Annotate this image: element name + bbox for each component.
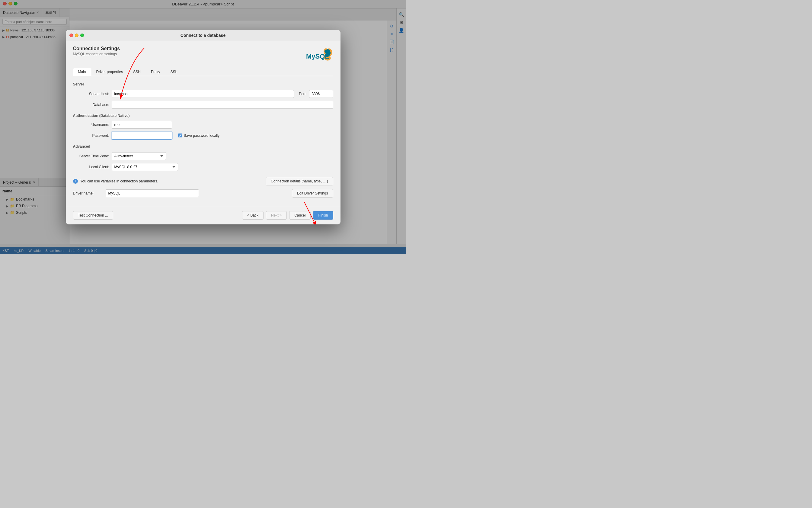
back-button[interactable]: < Back — [242, 211, 264, 220]
username-input[interactable] — [112, 121, 172, 129]
footer-left: Test Connection ... — [73, 211, 113, 220]
database-input[interactable] — [112, 101, 333, 109]
tab-ssh[interactable]: SSH — [128, 68, 146, 76]
info-text: You can use variables in connection para… — [80, 179, 158, 183]
local-client-select[interactable]: MySQL 8.0.27 MySQL 8.0.26 — [112, 163, 178, 171]
timezone-label: Server Time Zone: — [73, 154, 109, 158]
driver-row: Driver name: Edit Driver Settings — [73, 189, 333, 198]
timezone-select[interactable]: Auto-detect UTC Local — [112, 152, 166, 160]
dialog-minimize-button[interactable] — [75, 34, 79, 37]
local-client-row: Local Client: MySQL 8.0.27 MySQL 8.0.26 — [73, 163, 333, 171]
password-row: Password: Save password locally — [73, 132, 333, 139]
cancel-button[interactable]: Cancel — [289, 211, 311, 220]
dialog-titlebar: Connect to a database — [66, 30, 341, 41]
server-host-label: Server Host: — [73, 92, 109, 96]
dialog-header-left: Connection Settings MySQL connection set… — [73, 46, 120, 56]
connection-tab-bar: Main Driver properties SSH Proxy SSL — [73, 67, 333, 76]
save-password-row: Save password locally — [178, 133, 220, 138]
dialog-content: Connection Settings MySQL connection set… — [66, 41, 341, 206]
port-input[interactable] — [309, 90, 333, 98]
tab-driver-properties[interactable]: Driver properties — [91, 68, 128, 76]
connect-dialog: Connect to a database Connection Setting… — [66, 30, 341, 224]
auth-section: Authentication (Database Native) Usernam… — [73, 114, 333, 139]
info-bar: i You can use variables in connection pa… — [73, 177, 333, 185]
advanced-section-title: Advanced — [73, 144, 333, 149]
database-label: Database: — [73, 103, 109, 107]
dialog-header-title: Connection Settings — [73, 46, 120, 51]
save-password-checkbox[interactable] — [178, 133, 182, 137]
tab-main[interactable]: Main — [73, 68, 91, 76]
port-label: Port: — [299, 92, 306, 96]
dialog-close-button[interactable] — [70, 34, 73, 37]
dialog-overlay: Connect to a database Connection Setting… — [0, 0, 406, 254]
tab-proxy[interactable]: Proxy — [146, 68, 166, 76]
database-row: Database: — [73, 101, 333, 109]
driver-name-input[interactable] — [106, 189, 199, 197]
username-label: Username: — [73, 123, 109, 127]
username-row: Username: — [73, 121, 333, 129]
connection-details-button[interactable]: Connection details (name, type, ... ) — [266, 177, 333, 185]
footer-right: < Back Next > Cancel Finish — [242, 211, 333, 220]
dialog-window-controls — [70, 34, 84, 37]
info-icon: i — [73, 179, 78, 184]
edit-driver-button[interactable]: Edit Driver Settings — [292, 189, 333, 198]
timezone-row: Server Time Zone: Auto-detect UTC Local — [73, 152, 333, 160]
dialog-maximize-button[interactable] — [80, 34, 84, 37]
next-button[interactable]: Next > — [266, 211, 287, 220]
mysql-logo: MySQL — [306, 46, 333, 62]
save-password-label: Save password locally — [184, 133, 220, 138]
svg-text:MySQL: MySQL — [306, 52, 329, 60]
mysql-logo-svg: MySQL — [306, 46, 333, 62]
server-section-title: Server — [73, 82, 333, 86]
local-client-label: Local Client: — [73, 165, 109, 169]
dialog-footer: Test Connection ... < Back Next > Cancel… — [66, 206, 341, 224]
dialog-title: Connect to a database — [181, 33, 225, 38]
tab-ssl[interactable]: SSL — [166, 68, 183, 76]
dialog-header-subtitle: MySQL connection settings — [73, 52, 120, 56]
auth-section-title: Authentication (Database Native) — [73, 114, 333, 118]
password-input[interactable] — [112, 132, 172, 139]
advanced-section: Advanced Server Time Zone: Auto-detect U… — [73, 144, 333, 171]
server-host-input[interactable] — [112, 90, 294, 98]
server-host-row: Server Host: Port: — [73, 90, 333, 98]
password-label: Password: — [73, 133, 109, 138]
test-connection-button[interactable]: Test Connection ... — [73, 211, 113, 220]
dialog-header: Connection Settings MySQL connection set… — [73, 46, 333, 62]
finish-button[interactable]: Finish — [313, 211, 333, 220]
driver-name-label: Driver name: — [73, 191, 103, 196]
